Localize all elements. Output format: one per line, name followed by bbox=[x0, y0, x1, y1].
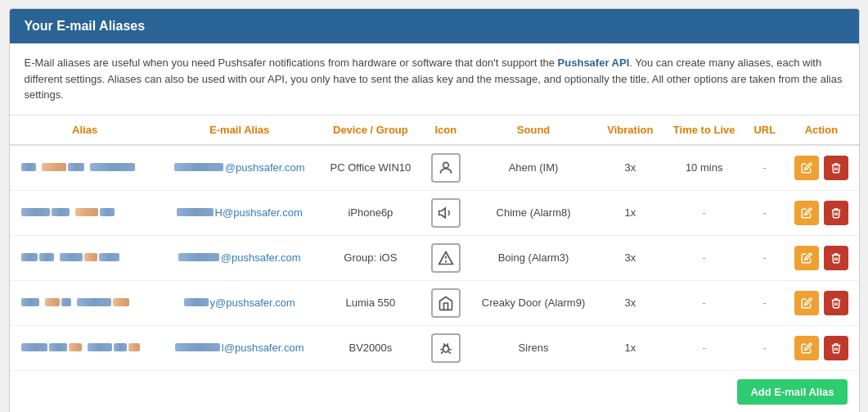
svg-line-11 bbox=[447, 343, 447, 346]
ttl-cell: - bbox=[663, 190, 745, 235]
vibration-cell: 3x bbox=[598, 280, 663, 325]
device-group-cell: Lumia 550 bbox=[319, 280, 423, 325]
sound-cell: Boing (Alarm3) bbox=[470, 235, 598, 280]
col-icon: Icon bbox=[422, 115, 469, 145]
url-cell: - bbox=[745, 325, 784, 370]
alias-cell bbox=[10, 280, 160, 325]
email-alias-cell: l@pushsafer.com bbox=[160, 325, 319, 370]
add-email-alias-button[interactable]: Add E-mail Alias bbox=[737, 379, 847, 405]
icon-cell bbox=[422, 325, 469, 370]
alias-cell bbox=[10, 145, 160, 191]
main-container: Your E-mail Aliases E-Mail aliases are u… bbox=[9, 8, 860, 412]
col-ttl: Time to Live bbox=[663, 115, 745, 145]
col-alias: Alias bbox=[10, 115, 160, 145]
url-cell: - bbox=[745, 145, 784, 191]
svg-line-8 bbox=[441, 351, 443, 354]
email-alias-cell: H@pushsafer.com bbox=[160, 190, 319, 235]
alias-icon bbox=[431, 153, 461, 183]
alias-cell bbox=[10, 190, 160, 235]
action-cell bbox=[784, 190, 858, 235]
table-header-row: Alias E-mail Alias Device / Group Icon S… bbox=[10, 115, 859, 145]
url-cell: - bbox=[745, 190, 784, 235]
table-row: H@pushsafer.comiPhone6pChime (Alarm8)1x-… bbox=[10, 190, 859, 235]
delete-button[interactable] bbox=[824, 291, 848, 315]
alias-cell bbox=[10, 235, 160, 280]
vibration-cell: 1x bbox=[598, 325, 663, 370]
device-group-cell: BV2000s bbox=[319, 325, 423, 370]
device-group-cell: iPhone6p bbox=[319, 190, 423, 235]
delete-button[interactable] bbox=[824, 201, 848, 225]
delete-button[interactable] bbox=[824, 336, 848, 360]
description-text: E-Mail aliases are useful when you need … bbox=[25, 57, 558, 69]
email-link[interactable]: @pushsafer.com bbox=[221, 251, 301, 264]
sound-cell: Chime (Alarm8) bbox=[470, 190, 598, 235]
alias-icon bbox=[431, 243, 461, 273]
edit-button[interactable] bbox=[794, 156, 819, 180]
email-link[interactable]: H@pushsafer.com bbox=[215, 206, 303, 219]
alias-icon bbox=[431, 333, 461, 363]
delete-button[interactable] bbox=[824, 246, 848, 270]
email-alias-cell: @pushsafer.com bbox=[160, 145, 319, 191]
col-url: URL bbox=[745, 115, 784, 145]
col-action: Action bbox=[784, 115, 858, 145]
email-alias-cell: @pushsafer.com bbox=[160, 235, 319, 280]
edit-button[interactable] bbox=[794, 336, 819, 360]
page-title: Your E-mail Aliases bbox=[25, 19, 146, 33]
svg-line-9 bbox=[448, 351, 451, 354]
url-cell: - bbox=[745, 235, 784, 280]
icon-cell bbox=[422, 145, 469, 191]
ttl-cell: - bbox=[663, 235, 745, 280]
ttl-cell: 10 mins bbox=[663, 145, 745, 191]
page-header: Your E-mail Aliases bbox=[10, 9, 859, 43]
alias-icon bbox=[431, 198, 461, 228]
col-vibration: Vibration bbox=[598, 115, 663, 145]
table-section: Alias E-mail Alias Device / Group Icon S… bbox=[10, 115, 859, 413]
icon-cell bbox=[422, 280, 469, 325]
action-cell bbox=[784, 280, 858, 325]
table-row: @pushsafer.comPC Office WIN10Ahem (IM)3x… bbox=[10, 145, 859, 191]
email-alias-cell: y@pushsafer.com bbox=[160, 280, 319, 325]
action-cell bbox=[784, 325, 858, 370]
alias-icon bbox=[431, 288, 461, 318]
col-sound: Sound bbox=[470, 115, 598, 145]
email-link[interactable]: l@pushsafer.com bbox=[222, 342, 304, 354]
svg-line-10 bbox=[443, 343, 444, 346]
table-row: l@pushsafer.comBV2000sSirens1x-- bbox=[10, 325, 859, 370]
col-email-alias: E-mail Alias bbox=[160, 115, 319, 145]
delete-button[interactable] bbox=[824, 156, 848, 180]
vibration-cell: 1x bbox=[598, 190, 663, 235]
edit-button[interactable] bbox=[794, 291, 819, 315]
edit-button[interactable] bbox=[794, 246, 819, 270]
sound-cell: Creaky Door (Alarm9) bbox=[470, 280, 598, 325]
svg-point-0 bbox=[443, 162, 448, 168]
ttl-cell: - bbox=[663, 280, 745, 325]
sound-cell: Ahem (IM) bbox=[470, 145, 598, 191]
email-link[interactable]: @pushsafer.com bbox=[225, 161, 305, 174]
email-link[interactable]: y@pushsafer.com bbox=[210, 297, 295, 309]
icon-cell bbox=[422, 190, 469, 235]
svg-marker-1 bbox=[438, 208, 445, 218]
alias-cell bbox=[10, 325, 160, 370]
vibration-cell: 3x bbox=[598, 235, 663, 280]
description-section: E-Mail aliases are useful when you need … bbox=[10, 43, 859, 115]
ttl-cell: - bbox=[663, 325, 745, 370]
api-link[interactable]: Pushsafer API bbox=[558, 57, 630, 69]
icon-cell bbox=[422, 235, 469, 280]
sound-cell: Sirens bbox=[470, 325, 598, 370]
vibration-cell: 3x bbox=[598, 145, 663, 191]
device-group-cell: PC Office WIN10 bbox=[319, 145, 423, 191]
col-device-group: Device / Group bbox=[319, 115, 423, 145]
svg-point-4 bbox=[445, 260, 446, 261]
footer-section: Add E-mail Alias bbox=[10, 371, 859, 413]
url-cell: - bbox=[745, 280, 784, 325]
action-cell bbox=[784, 235, 858, 280]
table-row: @pushsafer.comGroup: iOSBoing (Alarm3)3x… bbox=[10, 235, 859, 280]
edit-button[interactable] bbox=[794, 201, 819, 225]
device-group-cell: Group: iOS bbox=[319, 235, 423, 280]
aliases-table: Alias E-mail Alias Device / Group Icon S… bbox=[10, 115, 859, 371]
action-cell bbox=[784, 145, 858, 191]
table-row: y@pushsafer.comLumia 550Creaky Door (Ala… bbox=[10, 280, 859, 325]
